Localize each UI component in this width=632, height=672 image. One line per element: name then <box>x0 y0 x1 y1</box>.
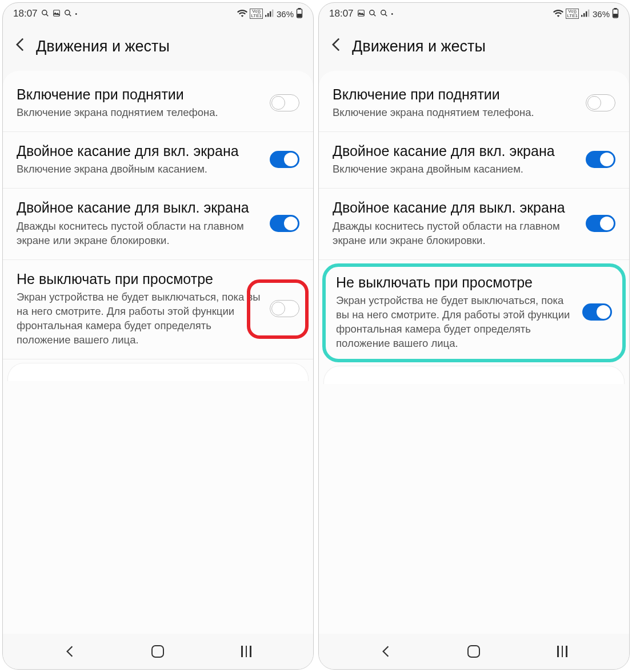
annotation-highlight-teal: Не выключать при просмотре Экран устройс… <box>322 263 626 362</box>
setting-title: Двойное касание для вкл. экрана <box>17 142 263 160</box>
signal-icon <box>265 9 274 19</box>
svg-line-16 <box>385 14 387 16</box>
status-left: 18:07 • <box>329 8 393 19</box>
battery-icon <box>296 8 303 20</box>
toggle-lift-wake[interactable] <box>586 94 615 111</box>
setting-title: Включение при поднятии <box>17 86 263 103</box>
search-icon <box>64 9 72 19</box>
svg-line-1 <box>46 14 48 16</box>
setting-title: Двойное касание для вкл. экрана <box>333 142 579 160</box>
nav-home-button[interactable] <box>463 645 484 658</box>
toggle-stay-on[interactable] <box>582 303 612 321</box>
toggle-stay-on[interactable] <box>270 300 299 317</box>
setting-title: Не выключать при просмотре <box>336 274 575 291</box>
volte-icon: Vo)) LTE1 <box>566 9 579 19</box>
svg-rect-23 <box>614 14 617 17</box>
toggle-double-tap-on[interactable] <box>270 151 299 168</box>
gallery-icon <box>53 9 61 19</box>
setting-desc: Включение экрана двойным касанием. <box>333 162 579 177</box>
battery-percent: 36% <box>593 9 610 19</box>
status-time: 18:07 <box>329 8 354 19</box>
setting-double-tap-on[interactable]: Двойное касание для вкл. экрана Включени… <box>3 132 313 189</box>
status-left: 18:07 • <box>13 8 77 19</box>
svg-rect-8 <box>272 9 273 17</box>
setting-desc: Включение экрана поднятием телефона. <box>333 106 579 120</box>
next-card-peek <box>7 363 309 381</box>
svg-rect-11 <box>298 14 301 17</box>
svg-line-4 <box>69 14 71 16</box>
svg-point-13 <box>369 10 374 14</box>
app-header: Движения и жесты <box>319 25 629 71</box>
setting-title: Не выключать при просмотре <box>17 270 263 288</box>
toggle-double-tap-off[interactable] <box>586 215 615 232</box>
status-bar: 18:07 • Vo)) LTE1 36% <box>3 3 313 25</box>
search-icon <box>369 9 377 19</box>
status-right: Vo)) LTE1 36% <box>553 8 619 20</box>
dot-icon: • <box>75 11 78 17</box>
nav-recents-button[interactable] <box>236 646 257 657</box>
app-header: Движения и жесты <box>3 25 313 71</box>
svg-rect-6 <box>267 13 269 17</box>
setting-double-tap-off[interactable]: Двойное касание для выкл. экрана Дважды … <box>3 189 313 259</box>
setting-lift-wake[interactable]: Включение при поднятии Включение экрана … <box>3 75 313 132</box>
status-bar: 18:07 • Vo)) LTE1 36% <box>319 3 629 25</box>
setting-desc: Экран устройства не будет выключаться, п… <box>336 294 575 351</box>
svg-rect-20 <box>588 9 589 17</box>
setting-title: Двойное касание для выкл. экрана <box>333 199 579 217</box>
svg-point-3 <box>65 10 69 14</box>
battery-icon <box>612 8 619 20</box>
nav-recents-button[interactable] <box>552 646 573 657</box>
svg-rect-5 <box>265 15 266 17</box>
svg-line-14 <box>373 14 375 16</box>
phone-screenshot-right: 18:07 • Vo)) LTE1 36% <box>318 2 630 670</box>
svg-rect-10 <box>298 8 301 9</box>
wifi-icon <box>553 9 563 19</box>
svg-rect-22 <box>614 8 617 9</box>
nav-back-button[interactable] <box>375 645 396 658</box>
setting-lift-wake[interactable]: Включение при поднятии Включение экрана … <box>319 75 629 132</box>
svg-rect-7 <box>270 11 271 17</box>
nav-back-button[interactable] <box>59 645 80 658</box>
toggle-double-tap-on[interactable] <box>586 151 615 168</box>
volte-icon: Vo)) LTE1 <box>250 9 263 19</box>
nav-home-button[interactable] <box>147 645 168 658</box>
back-button[interactable] <box>14 35 26 58</box>
setting-desc: Дважды коснитесь пустой области на главн… <box>17 219 263 248</box>
navigation-bar <box>319 634 629 669</box>
settings-list: Включение при поднятии Включение экрана … <box>3 71 313 634</box>
setting-double-tap-off[interactable]: Двойное касание для выкл. экрана Дважды … <box>319 189 629 259</box>
toggle-lift-wake[interactable] <box>270 94 299 111</box>
search-icon <box>41 9 49 19</box>
signal-icon <box>581 9 590 19</box>
back-button[interactable] <box>330 35 342 58</box>
setting-double-tap-on[interactable]: Двойное касание для вкл. экрана Включени… <box>319 132 629 189</box>
setting-title: Включение при поднятии <box>333 86 579 103</box>
svg-rect-18 <box>583 13 585 17</box>
setting-desc: Экран устройства не будет выключаться, п… <box>17 290 263 347</box>
status-right: Vo)) LTE1 36% <box>237 8 303 20</box>
setting-desc: Дважды коснитесь пустой области на главн… <box>333 219 579 248</box>
wifi-icon <box>237 9 247 19</box>
setting-stay-on-while-viewing[interactable]: Не выключать при просмотре Экран устройс… <box>336 274 575 351</box>
page-title: Движения и жесты <box>36 38 170 55</box>
next-card-peek <box>323 366 625 384</box>
dot-icon: • <box>391 11 394 17</box>
svg-rect-19 <box>586 11 587 17</box>
battery-percent: 36% <box>277 9 294 19</box>
setting-desc: Включение экрана поднятием телефона. <box>17 106 263 120</box>
toggle-double-tap-off[interactable] <box>270 215 299 232</box>
settings-list: Включение при поднятии Включение экрана … <box>319 71 629 634</box>
status-time: 18:07 <box>13 8 38 19</box>
page-title: Движения и жесты <box>352 38 486 55</box>
svg-point-15 <box>381 10 385 14</box>
phone-screenshot-left: 18:07 • Vo)) LTE1 36% <box>2 2 314 670</box>
gallery-icon <box>357 9 365 19</box>
setting-stay-on-while-viewing[interactable]: Не выключать при просмотре Экран устройс… <box>3 260 313 359</box>
search-icon <box>380 9 388 19</box>
svg-point-0 <box>42 10 46 14</box>
svg-rect-17 <box>581 15 582 17</box>
setting-desc: Включение экрана двойным касанием. <box>17 162 263 177</box>
navigation-bar <box>3 634 313 669</box>
setting-title: Двойное касание для выкл. экрана <box>17 199 263 217</box>
